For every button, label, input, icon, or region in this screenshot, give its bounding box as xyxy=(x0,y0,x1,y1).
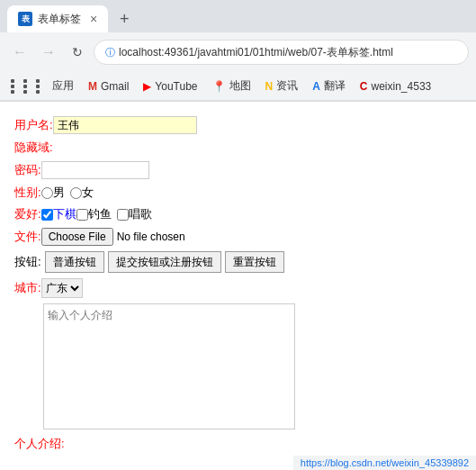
bookmark-weixin-label: weixin_4533 xyxy=(372,80,432,93)
url-secure-icon: ⓘ xyxy=(105,46,115,59)
bookmark-translate-label: 翻译 xyxy=(324,78,346,94)
file-label: 文件: xyxy=(14,229,41,245)
address-bar: ← → ↻ ⓘ localhost:49361/javahtmi01/01htm… xyxy=(0,32,476,72)
bookmark-translate[interactable]: A 翻译 xyxy=(309,77,349,95)
file-input[interactable] xyxy=(41,228,246,246)
active-tab[interactable]: 表 表单标签 × xyxy=(7,5,108,32)
username-label: 用户名: xyxy=(14,117,53,133)
bookmark-gmail-label: Gmail xyxy=(101,80,129,93)
new-tab-button[interactable]: + xyxy=(112,6,137,32)
page-content: 用户名: 隐藏域: 密码: 性别: 男 女 爱好: 下棋 钓鱼 唱歌 文件: 按… xyxy=(0,102,476,466)
gender-female-radio[interactable] xyxy=(70,187,82,199)
username-row: 用户名: xyxy=(14,116,462,134)
tab-favicon: 表 xyxy=(18,12,32,26)
bookmark-apps-label: 应用 xyxy=(52,78,74,94)
hidden-label: 隐藏域: xyxy=(14,140,53,156)
city-row: 城市: 广东 北京 上海 广州 xyxy=(14,278,462,298)
bookmark-youtube-label: YouTube xyxy=(155,80,197,93)
hobby-label: 爱好: xyxy=(14,206,41,222)
apps-grid-icon xyxy=(11,79,47,94)
status-bar: https://blog.csdn.net/weixin_45339892 xyxy=(293,456,476,466)
submit-button[interactable]: 提交按钮或注册按钮 xyxy=(108,251,221,273)
url-text: localhost:49361/javahtmi01/01htmi/web/07… xyxy=(119,45,393,60)
intro-textarea[interactable] xyxy=(43,303,295,429)
password-row: 密码: xyxy=(14,161,462,179)
gender-row: 性别: 男 女 xyxy=(14,185,462,201)
bookmark-weixin[interactable]: C weixin_4533 xyxy=(356,78,435,95)
bookmark-news[interactable]: N 资讯 xyxy=(262,77,302,95)
password-label: 密码: xyxy=(14,162,41,178)
tab-close-button[interactable]: × xyxy=(90,12,97,26)
hobby-chess-label: 下棋 xyxy=(53,206,76,222)
gender-male-label: 男 xyxy=(53,185,65,201)
bookmark-youtube[interactable]: ▶ YouTube xyxy=(139,78,201,95)
normal-button[interactable]: 普通按钮 xyxy=(45,251,104,273)
hobby-fishing-checkbox[interactable] xyxy=(76,209,88,221)
gender-label: 性别: xyxy=(14,185,41,201)
reload-button[interactable]: ↻ xyxy=(65,40,90,65)
hobby-chess-checkbox[interactable] xyxy=(41,209,53,221)
youtube-icon: ▶ xyxy=(143,80,151,93)
forward-button[interactable]: → xyxy=(36,40,61,65)
intro-label-row: 个人介绍: xyxy=(14,436,462,452)
reset-button[interactable]: 重置按钮 xyxy=(225,251,284,273)
hobby-fishing-label: 钓鱼 xyxy=(88,206,112,222)
tab-bar: 表 表单标签 × + xyxy=(0,0,476,32)
gender-female-label: 女 xyxy=(82,185,94,201)
back-button[interactable]: ← xyxy=(7,40,32,65)
tab-title: 表单标签 xyxy=(38,12,81,27)
file-row: 文件: xyxy=(14,228,462,246)
city-label: 城市: xyxy=(14,280,41,296)
weixin-icon: C xyxy=(360,80,368,93)
maps-icon: 📍 xyxy=(212,80,226,93)
bookmark-maps[interactable]: 📍 地图 xyxy=(209,77,255,95)
hidden-row: 隐藏域: xyxy=(14,140,462,156)
hobby-singing-checkbox[interactable] xyxy=(117,209,129,221)
hobby-row: 爱好: 下棋 钓鱼 唱歌 xyxy=(14,206,462,222)
translate-icon: A xyxy=(312,80,320,93)
gender-male-radio[interactable] xyxy=(41,187,53,199)
news-icon: N xyxy=(265,80,274,93)
username-input[interactable] xyxy=(53,116,197,134)
password-input[interactable] xyxy=(41,161,149,179)
bookmark-apps[interactable]: 应用 xyxy=(7,77,77,95)
url-bar[interactable]: ⓘ localhost:49361/javahtmi01/01htmi/web/… xyxy=(94,40,469,65)
bookmarks-bar: 应用 M Gmail ▶ YouTube 📍 地图 N 资讯 A 翻译 C we… xyxy=(0,72,476,101)
hobby-singing-label: 唱歌 xyxy=(129,206,152,222)
bookmark-news-label: 资讯 xyxy=(276,78,298,94)
bookmark-gmail[interactable]: M Gmail xyxy=(85,78,132,95)
city-select[interactable]: 广东 北京 上海 广州 xyxy=(41,278,83,298)
gmail-icon: M xyxy=(88,80,97,93)
intro-label: 个人介绍: xyxy=(14,436,65,452)
button-row: 按钮: 普通按钮 提交按钮或注册按钮 重置按钮 xyxy=(14,251,462,273)
bookmark-maps-label: 地图 xyxy=(229,78,251,94)
button-row-label: 按钮: xyxy=(14,254,41,270)
status-url: https://blog.csdn.net/weixin_45339892 xyxy=(301,457,469,466)
browser-chrome: 表 表单标签 × + ← → ↻ ⓘ localhost:49361/javah… xyxy=(0,0,476,102)
textarea-wrapper xyxy=(43,303,462,432)
